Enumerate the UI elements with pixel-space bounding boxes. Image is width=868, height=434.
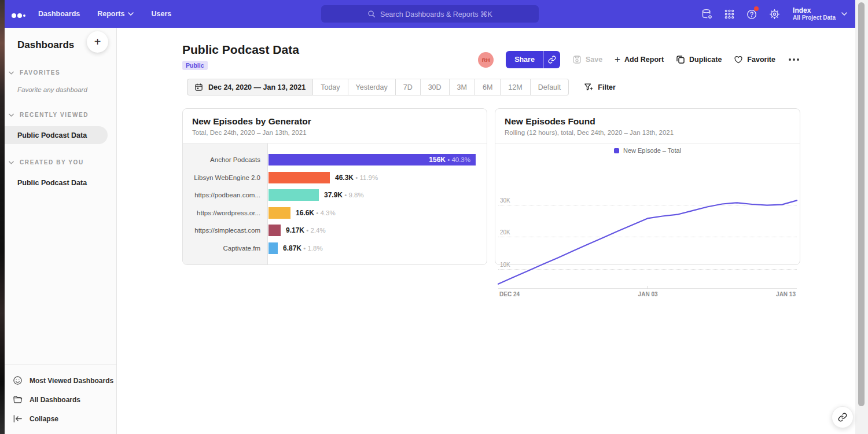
header-actions: RH Share Save + Add Report Duplicate Fav… (478, 51, 800, 68)
chart-legend[interactable]: New Episode – Total (495, 144, 800, 157)
settings-gear-icon[interactable] (768, 8, 781, 20)
top-nav: DashboardsReportsUsers Search Dashboards… (5, 0, 855, 28)
public-badge: Public (182, 61, 208, 70)
smiley-icon (13, 376, 23, 385)
nav-item-users[interactable]: Users (151, 10, 171, 18)
sidebar-sections: FAVORITESFavorite any dashboardRECENTLY … (5, 62, 116, 192)
line-chart-subtitle: Rolling (12 hours), total, Dec 24th, 202… (505, 129, 790, 136)
bar (269, 172, 330, 183)
bar-value-label: 46.3K • 11.9% (335, 174, 378, 182)
line-chart-card: New Episodes Found Rolling (12 hours), t… (495, 108, 800, 265)
save-button[interactable]: Save (572, 55, 602, 64)
help-icon[interactable] (745, 8, 758, 20)
search-placeholder: Search Dashboards & Reports ⌘K (380, 10, 492, 19)
bar-category-label: https://simplecast.com (183, 227, 269, 234)
workspace-scope: All Project Data (793, 14, 836, 21)
floating-link-button[interactable] (832, 406, 854, 428)
bar-chart-card: New Episodes by Generator Total, Dec 24t… (182, 108, 487, 265)
workspace-switcher[interactable]: Index All Project Data (793, 6, 847, 21)
search-input[interactable]: Search Dashboards & Reports ⌘K (321, 5, 539, 23)
line-chart-title: New Episodes Found (505, 116, 790, 127)
chevron-down-icon (9, 161, 14, 164)
bar-rows: Anchor Podcasts156K • 40.3%Libsyn WebEng… (183, 151, 487, 257)
sidebar-section-header[interactable]: FAVORITES (5, 62, 116, 82)
search-icon (367, 10, 376, 18)
sidebar-footer-most-viewed-dashboards[interactable]: Most Viewed Dashboards (5, 371, 116, 390)
preset-30d[interactable]: 30D (421, 79, 450, 95)
preset-3m[interactable]: 3M (450, 79, 475, 95)
date-range-picker[interactable]: Dec 24, 2020 — Jan 13, 2021 (187, 79, 313, 95)
bar-row: Libsyn WebEngine 2.046.3K • 11.9% (183, 169, 487, 187)
preset-12m[interactable]: 12M (501, 79, 530, 95)
nav-item-reports[interactable]: Reports (97, 10, 134, 18)
x-axis: DEC 24JAN 03JAN 13 (498, 288, 797, 297)
bar-row: Anchor Podcasts156K • 40.3% (183, 151, 487, 169)
bar-category-label: Captivate.fm (183, 245, 269, 252)
sidebar-section-header[interactable]: RECENTLY VIEWED (5, 105, 116, 124)
sidebar-item[interactable]: Public Podcast Data (5, 174, 108, 192)
legend-label: New Episode – Total (623, 147, 681, 154)
chevron-down-icon (9, 113, 14, 117)
sidebar-footer-all-dashboards[interactable]: All Dashboards (5, 390, 116, 409)
sidebar-footer-collapse[interactable]: Collapse (5, 409, 116, 428)
calendar-icon (194, 83, 203, 91)
filter-icon (584, 83, 593, 91)
app-logo-icon[interactable] (12, 10, 29, 18)
workspace-name: Index (793, 6, 836, 14)
x-tick-label: DEC 24 (499, 291, 520, 297)
nav-links: DashboardsReportsUsers (38, 0, 171, 28)
bar (269, 207, 290, 219)
bar-value-label: 6.87K • 1.8% (283, 244, 323, 252)
sidebar: Dashboards + FAVORITESFavorite any dashb… (5, 28, 117, 434)
x-tick-label: JAN 13 (776, 291, 796, 297)
chevron-down-icon (9, 71, 14, 75)
share-split-button: Share (506, 51, 560, 68)
bar-category-label: https://podbean.com... (183, 192, 269, 198)
bar (269, 242, 278, 254)
bar-value-label: 37.9K • 9.8% (324, 191, 364, 199)
favorite-button[interactable]: Favorite (734, 55, 775, 64)
data-sources-icon[interactable] (700, 8, 713, 20)
avatar[interactable]: RH (478, 52, 494, 68)
collapse-icon (13, 414, 23, 424)
preset-default[interactable]: Default (531, 79, 569, 95)
date-range-value: Dec 24, 2020 — Jan 13, 2021 (208, 83, 306, 91)
link-icon (548, 56, 556, 64)
bar-chart-title: New Episodes by Generator (192, 116, 477, 127)
preset-7d[interactable]: 7D (396, 79, 421, 95)
bar (269, 189, 319, 201)
x-axis-tick (648, 286, 648, 289)
sidebar-section-header[interactable]: CREATED BY YOU (5, 152, 116, 171)
sidebar-footer: Most Viewed DashboardsAll DashboardsColl… (5, 365, 116, 434)
plus-icon: + (615, 55, 620, 64)
chevron-down-icon (841, 12, 847, 16)
bar-category-label: https://wordpress.or... (183, 209, 269, 216)
notification-badge (754, 6, 759, 11)
add-report-button[interactable]: + Add Report (615, 55, 664, 64)
chevron-down-icon (128, 12, 134, 16)
bar-category-label: Anchor Podcasts (183, 156, 269, 163)
save-icon (572, 55, 582, 64)
add-dashboard-button[interactable]: + (87, 31, 108, 53)
share-button[interactable]: Share (506, 51, 543, 68)
preset-6m[interactable]: 6M (475, 79, 501, 95)
apps-grid-icon[interactable] (723, 8, 735, 20)
scrollbar (855, 0, 868, 434)
preset-today[interactable]: Today (313, 79, 348, 95)
filter-button[interactable]: Filter (584, 79, 616, 95)
more-options-icon[interactable] (788, 58, 800, 61)
share-link-button[interactable] (543, 51, 560, 68)
date-toolbar: Dec 24, 2020 — Jan 13, 2021 TodayYesterd… (187, 79, 616, 95)
duplicate-icon (676, 55, 685, 64)
bar-row: https://wordpress.or...16.6K • 4.3% (183, 204, 487, 222)
bar-value-label: 156K • 40.3% (429, 156, 476, 164)
bar-row: Captivate.fm6.87K • 1.8% (183, 240, 487, 258)
preset-yesterday[interactable]: Yesterday (348, 79, 396, 95)
line-series (498, 192, 797, 288)
duplicate-button[interactable]: Duplicate (676, 55, 722, 64)
nav-item-dashboards[interactable]: Dashboards (38, 10, 80, 18)
sidebar-item[interactable]: Public Podcast Data (5, 126, 108, 144)
bar-chart-subtitle: Total, Dec 24th, 2020 – Jan 13th, 2021 (192, 129, 477, 136)
x-tick-label: JAN 03 (638, 291, 658, 297)
scrollbar-thumb[interactable] (858, 2, 865, 406)
